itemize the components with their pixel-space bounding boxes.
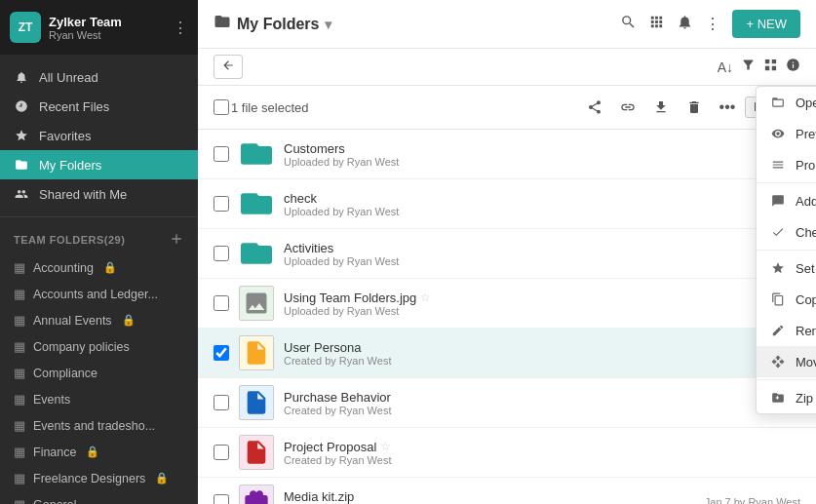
grid-icon: ▦ bbox=[14, 287, 25, 301]
team-folder-accounting[interactable]: ▦ Accounting 🔒 bbox=[0, 254, 198, 281]
grid-icon: ▦ bbox=[14, 471, 25, 485]
file-row[interactable]: Media kit.zip Uploaded by Ryan West Jan … bbox=[198, 478, 816, 504]
file-row[interactable]: Using Team Folders.jpg ☆ Uploaded by Rya… bbox=[198, 279, 816, 329]
file-row[interactable]: Activities Uploaded by Ryan West bbox=[198, 229, 816, 279]
context-menu-add-comment[interactable]: Add Comment... bbox=[757, 185, 816, 216]
file-thumbnail bbox=[239, 186, 274, 221]
sidebar: ZT Zylker Team Ryan West ⋮ All Unread Re… bbox=[0, 0, 198, 504]
apps-icon[interactable] bbox=[648, 14, 665, 34]
team-folder-finance[interactable]: ▦ Finance 🔒 bbox=[0, 439, 198, 465]
share-button[interactable] bbox=[579, 92, 610, 123]
lock-icon: 🔒 bbox=[122, 314, 136, 327]
star-icon bbox=[770, 260, 786, 276]
team-folder-general[interactable]: ▦ General bbox=[0, 491, 198, 504]
ctx-divider bbox=[757, 182, 816, 183]
notifications-icon[interactable] bbox=[677, 14, 693, 34]
team-folder-annual-events[interactable]: ▦ Annual Events 🔒 bbox=[0, 307, 198, 333]
back-button[interactable] bbox=[214, 55, 243, 79]
filter-icon[interactable] bbox=[741, 58, 756, 76]
file-name: check bbox=[284, 191, 800, 206]
file-sub: Uploaded by Ryan West bbox=[284, 206, 800, 217]
context-menu: Open Preview Properties Add Comment... bbox=[756, 86, 816, 414]
selected-count: 1 file selected bbox=[231, 100, 309, 115]
file-row[interactable]: Purchase Behavior Created by Ryan West bbox=[198, 378, 816, 428]
file-row-selected[interactable]: User Persona Created by Ryan West bbox=[198, 329, 816, 378]
download-button[interactable] bbox=[645, 92, 677, 123]
file-name: User Persona bbox=[284, 340, 800, 355]
more-actions-button[interactable]: ••• bbox=[712, 92, 743, 123]
star-empty-icon[interactable]: ☆ bbox=[420, 291, 431, 304]
file-row[interactable]: Customers Uploaded by Ryan West bbox=[198, 130, 816, 179]
file-checkbox[interactable] bbox=[214, 494, 229, 504]
select-all-checkbox[interactable] bbox=[214, 99, 229, 115]
grid-view-icon[interactable] bbox=[763, 58, 778, 76]
file-checkbox[interactable] bbox=[214, 395, 229, 410]
sidebar-item-all-unread[interactable]: All Unread bbox=[0, 62, 198, 92]
context-menu-open[interactable]: Open bbox=[757, 87, 816, 118]
more-options-icon[interactable]: ⋮ bbox=[705, 15, 720, 33]
file-info: Media kit.zip Uploaded by Ryan West bbox=[284, 489, 695, 505]
chevron-down-icon[interactable]: ▾ bbox=[325, 17, 331, 32]
sidebar-header: ZT Zylker Team Ryan West ⋮ bbox=[0, 0, 198, 55]
file-name: Activities bbox=[284, 241, 800, 255]
sidebar-item-my-folders[interactable]: My Folders bbox=[0, 150, 198, 179]
file-checkbox[interactable] bbox=[214, 196, 229, 212]
star-empty-icon[interactable]: ☆ bbox=[380, 440, 391, 453]
file-checkbox[interactable] bbox=[214, 445, 229, 460]
info-icon[interactable] bbox=[786, 58, 800, 76]
team-folder-freelance[interactable]: ▦ Freelance Designers 🔒 bbox=[0, 465, 198, 491]
team-folder-accounts[interactable]: ▦ Accounts and Ledger... bbox=[0, 281, 198, 307]
main-header: My Folders ▾ ⋮ + NEW bbox=[198, 0, 816, 49]
grid-icon: ▦ bbox=[14, 392, 25, 407]
lock-icon: 🔒 bbox=[155, 472, 169, 485]
file-thumbnail bbox=[239, 286, 274, 321]
file-info: Customers Uploaded by Ryan West bbox=[284, 141, 800, 168]
grid-icon: ▦ bbox=[14, 445, 25, 459]
file-checkbox[interactable] bbox=[214, 246, 229, 261]
bell-icon bbox=[14, 69, 29, 85]
team-folder-compliance[interactable]: ▦ Compliance bbox=[0, 360, 198, 386]
clock-icon bbox=[14, 98, 29, 114]
checkout-icon bbox=[770, 224, 786, 240]
file-row[interactable]: Project Proposal ☆ Created by Ryan West bbox=[198, 428, 816, 478]
sidebar-menu-icon[interactable]: ⋮ bbox=[173, 19, 188, 37]
context-menu-set-favorite[interactable]: Set as Favorite bbox=[757, 252, 816, 284]
sort-alpha-icon[interactable]: A↓ bbox=[718, 59, 733, 75]
file-name: Customers bbox=[284, 141, 800, 156]
file-thumbnail bbox=[239, 435, 274, 470]
team-folder-events-trade[interactable]: ▦ Events and tradesho... bbox=[0, 412, 198, 439]
folder-icon bbox=[14, 157, 29, 173]
new-button[interactable]: + NEW bbox=[732, 10, 800, 38]
file-checkbox[interactable] bbox=[214, 345, 229, 361]
file-sub: Created by Ryan West bbox=[284, 454, 800, 466]
sidebar-item-label: Recent Files bbox=[39, 99, 109, 114]
team-folders-section: TEAM FOLDERS(29) ▦ Accounting 🔒 ▦ Accoun… bbox=[0, 217, 198, 504]
add-team-folder-icon[interactable] bbox=[169, 231, 184, 249]
grid-icon: ▦ bbox=[14, 366, 25, 380]
sidebar-item-recent-files[interactable]: Recent Files bbox=[0, 92, 198, 121]
sidebar-item-shared[interactable]: Shared with Me bbox=[0, 179, 198, 209]
context-menu-copy-to[interactable]: Copy To... bbox=[757, 284, 816, 315]
delete-button[interactable] bbox=[679, 92, 710, 123]
grid-icon: ▦ bbox=[14, 418, 25, 433]
folder-icon bbox=[214, 13, 231, 35]
copy-icon bbox=[770, 291, 786, 307]
context-menu-zip[interactable]: Zip bbox=[757, 382, 816, 413]
link-button[interactable] bbox=[612, 92, 643, 123]
file-info: Activities Uploaded by Ryan West bbox=[284, 241, 800, 267]
file-info: User Persona Created by Ryan West bbox=[284, 340, 800, 367]
context-menu-rename[interactable]: Rename bbox=[757, 315, 816, 346]
context-menu-properties[interactable]: Properties bbox=[757, 149, 816, 180]
sidebar-item-favorites[interactable]: Favorites bbox=[0, 121, 198, 150]
context-menu-move-to[interactable]: Move To... ↖ bbox=[757, 346, 816, 377]
context-menu-preview[interactable]: Preview bbox=[757, 118, 816, 149]
eye-icon bbox=[770, 126, 786, 141]
context-menu-checkout[interactable]: Check Out... bbox=[757, 216, 816, 248]
file-row[interactable]: check Uploaded by Ryan West bbox=[198, 179, 816, 229]
file-info: check Uploaded by Ryan West bbox=[284, 191, 800, 217]
file-checkbox[interactable] bbox=[214, 295, 229, 311]
search-icon[interactable] bbox=[620, 14, 637, 34]
team-folder-events[interactable]: ▦ Events bbox=[0, 386, 198, 412]
team-folder-company[interactable]: ▦ Company policies bbox=[0, 333, 198, 360]
file-checkbox[interactable] bbox=[214, 146, 229, 162]
